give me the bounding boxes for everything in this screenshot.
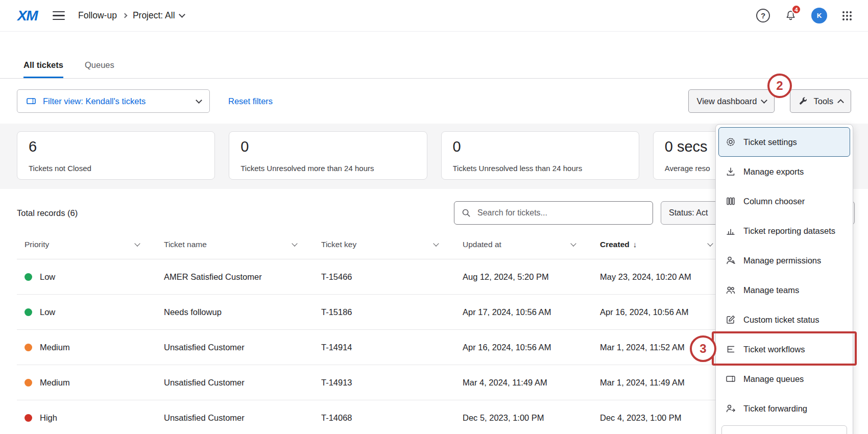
priority-dot — [25, 344, 32, 351]
ticket-icon — [26, 95, 37, 107]
menu-item-custom-ticket-status[interactable]: Custom ticket status — [718, 305, 850, 334]
chevron-down-icon — [292, 240, 297, 246]
avatar[interactable]: K — [811, 8, 827, 23]
priority-dot — [25, 379, 32, 387]
tools-menu-partial-item — [721, 425, 847, 434]
gear-icon — [725, 136, 736, 148]
help-button[interactable]: ? — [756, 9, 770, 22]
tab-bar: All tickets Queues — [0, 32, 868, 79]
menu-item-manage-exports[interactable]: Manage exports — [718, 157, 850, 186]
project-selector-label: Project: All — [133, 10, 175, 21]
view-dashboard-label: View dashboard — [696, 97, 757, 106]
avatar-initial: K — [817, 12, 822, 19]
column-label: Priority — [25, 240, 49, 249]
person-arrow-icon — [725, 403, 736, 414]
menu-item-label: Manage permissions — [743, 256, 821, 266]
menu-item-column-chooser[interactable]: Column chooser — [718, 186, 850, 216]
priority-value: Low — [40, 272, 55, 282]
updated-at: Aug 12, 2024, 5:20 PM — [463, 272, 600, 282]
search-input[interactable] — [476, 208, 646, 218]
updated-at: Dec 5, 2023, 1:00 PM — [463, 413, 600, 423]
updated-at: Mar 4, 2024, 11:49 AM — [463, 378, 600, 388]
columns-icon — [725, 196, 736, 207]
priority-dot — [25, 273, 32, 281]
ticket-key: T-14068 — [321, 413, 463, 423]
ticket-name: Needs followup — [164, 307, 321, 317]
menu-item-ticket-workflows[interactable]: Ticket workflows — [718, 334, 850, 364]
stat-value: 0 — [453, 138, 628, 155]
topbar-right: ? 4 K — [756, 8, 853, 23]
chevron-down-icon — [433, 240, 439, 246]
column-label: Ticket key — [321, 240, 356, 249]
ticket-key: T-15466 — [321, 272, 463, 282]
column-header-ticket-key[interactable]: Ticket key — [321, 240, 463, 249]
edit-icon — [725, 314, 736, 325]
menu-item-label: Ticket settings — [743, 137, 797, 147]
project-selector[interactable]: Project: All — [133, 10, 184, 21]
hamburger-menu-icon[interactable] — [53, 11, 65, 20]
ticket-key: T-14913 — [321, 378, 463, 388]
tools-button[interactable]: Tools — [790, 89, 851, 113]
breadcrumb-separator-icon — [122, 13, 127, 18]
chevron-down-icon — [570, 240, 576, 246]
tab-all-tickets[interactable]: All tickets — [23, 60, 63, 78]
stat-value: 6 — [29, 138, 203, 155]
ticket-name: Unsatisfied Customer — [164, 343, 321, 352]
annotation-step-3: 3 — [690, 335, 716, 362]
stat-card-unresolved-less-24h: 0 Tickets Unresolved less than 24 hours — [441, 131, 639, 180]
apps-grid-icon — [842, 11, 845, 13]
help-glyph: ? — [761, 11, 765, 20]
notifications-button[interactable]: 4 — [784, 9, 797, 22]
workflow-icon — [725, 344, 736, 355]
reset-filters-link[interactable]: Reset filters — [228, 97, 273, 106]
filter-view-dropdown[interactable]: Filter view: Kendall's tickets — [17, 89, 210, 113]
menu-item-manage-teams[interactable]: Manage teams — [718, 275, 850, 305]
stat-card-unresolved-more-24h: 0 Tickets Unresolved more than 24 hours — [229, 131, 427, 180]
xm-logo: XM — [17, 8, 37, 24]
menu-item-ticket-settings[interactable]: Ticket settings — [718, 127, 850, 157]
tools-menu: Ticket settings Manage exports Column ch… — [715, 124, 853, 434]
ticket-key: T-15186 — [321, 307, 463, 317]
apps-grid-button[interactable] — [841, 10, 853, 21]
ticket-name: Unsatisfied Customer — [164, 413, 321, 423]
ticket-key: T-14914 — [321, 343, 463, 352]
column-header-ticket-name[interactable]: Ticket name — [164, 240, 321, 249]
ticket-search — [454, 201, 653, 225]
menu-item-label: Ticket workflows — [743, 345, 805, 354]
notification-badge: 4 — [791, 5, 801, 14]
priority-value: High — [40, 413, 57, 423]
menu-item-label: Manage queues — [743, 374, 804, 384]
menu-item-label: Manage exports — [743, 167, 804, 177]
topbar: XM Follow-up Project: All ? 4 K — [0, 0, 868, 32]
ticket-name: AMER Satisfied Customer — [164, 272, 321, 282]
bar-chart-icon — [725, 225, 736, 236]
updated-at: Apr 16, 2024, 10:56 AM — [463, 343, 600, 352]
chevron-down-icon — [761, 97, 768, 104]
chevron-down-icon — [707, 240, 713, 246]
status-filter-label: Status: Act — [669, 208, 708, 218]
column-header-priority[interactable]: Priority — [17, 240, 164, 249]
breadcrumb-section: Follow-up — [78, 10, 117, 21]
view-dashboard-button[interactable]: View dashboard — [688, 89, 775, 113]
chevron-down-icon — [196, 97, 202, 104]
menu-item-label: Manage teams — [743, 285, 799, 295]
tab-queues[interactable]: Queues — [85, 60, 114, 78]
breadcrumb: Follow-up Project: All — [78, 10, 184, 21]
priority-value: Medium — [40, 378, 70, 388]
stat-label: Tickets Unresolved less than 24 hours — [453, 164, 628, 173]
ticket-name: Unsatisfied Customer — [164, 378, 321, 388]
menu-item-manage-permissions[interactable]: Manage permissions — [718, 246, 850, 275]
download-icon — [725, 166, 736, 177]
chevron-down-icon — [134, 240, 140, 246]
ticket-icon — [725, 373, 736, 384]
menu-item-manage-queues[interactable]: Manage queues — [718, 364, 850, 394]
menu-item-ticket-reporting-datasets[interactable]: Ticket reporting datasets — [718, 216, 850, 246]
menu-item-label: Ticket reporting datasets — [743, 226, 835, 236]
filter-view-label: Filter view: Kendall's tickets — [43, 97, 146, 106]
column-header-updated-at[interactable]: Updated at — [463, 240, 600, 249]
menu-item-ticket-forwarding[interactable]: Ticket forwarding — [718, 394, 850, 423]
menu-item-label: Custom ticket status — [743, 315, 819, 325]
people-icon — [725, 284, 736, 296]
stat-label: Tickets Unresolved more than 24 hours — [240, 164, 415, 173]
annotation-step-2: 2 — [767, 74, 792, 98]
